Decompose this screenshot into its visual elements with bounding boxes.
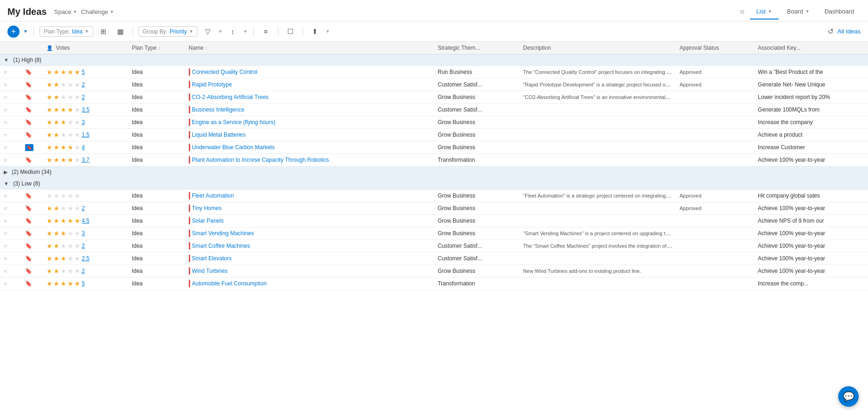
idea-name-link[interactable]: Smart Elevators xyxy=(192,255,232,262)
bookmark-icon[interactable]: 🔖 xyxy=(25,230,32,237)
bookmark-icon[interactable]: 🔖 xyxy=(25,157,32,163)
group-toggle-icon[interactable]: ▼ xyxy=(4,57,9,63)
approval-cell xyxy=(676,277,754,290)
drag-handle-icon[interactable]: ≡ xyxy=(4,69,7,76)
bookmark-icon[interactable]: 🔖 xyxy=(25,119,32,125)
drag-handle-icon[interactable]: ≡ xyxy=(4,81,7,88)
group-header-row[interactable]: ▼ (1) High (8) xyxy=(0,54,868,66)
name-cell: Smart Vending Machines xyxy=(185,227,434,240)
vote-count[interactable]: 2.5 xyxy=(82,255,90,262)
drag-handle-icon[interactable]: ≡ xyxy=(4,243,7,250)
idea-name-link[interactable]: Smart Coffee Machines xyxy=(192,243,250,249)
drag-handle-icon[interactable]: ≡ xyxy=(4,218,7,225)
drag-handle-icon[interactable]: ≡ xyxy=(4,157,7,164)
bookmark-icon[interactable]: 🔖 xyxy=(25,69,32,75)
list-view-button[interactable]: ≡ xyxy=(259,25,272,38)
group-header-row[interactable]: ▼ (3) Low (8) xyxy=(0,178,868,190)
space-link[interactable]: Space ▼ xyxy=(54,8,77,15)
bookmark-icon[interactable]: 🔖 xyxy=(25,81,32,88)
drag-handle-icon[interactable]: ≡ xyxy=(4,132,7,139)
minimize-icon[interactable]: ⊟ xyxy=(740,9,744,15)
vote-count[interactable]: 3 xyxy=(82,119,85,125)
vote-count[interactable]: 4.5 xyxy=(82,218,90,224)
bookmark-icon[interactable]: 🔖 xyxy=(25,144,33,151)
bookmark-icon[interactable]: 🔖 xyxy=(25,192,32,199)
idea-name-link[interactable]: CO-2-Absorbing Artificial Trees xyxy=(192,94,269,100)
bookmark-icon[interactable]: 🔖 xyxy=(25,205,32,211)
idea-name-link[interactable]: Automobile Fuel Consumption xyxy=(192,280,267,287)
tab-dashboard[interactable]: Dashboard xyxy=(818,4,861,20)
vote-count[interactable]: 5 xyxy=(82,280,85,287)
add-button[interactable]: + xyxy=(7,26,20,38)
idea-name-link[interactable]: Liquid Metal Batteries xyxy=(192,132,245,138)
group-toggle-icon[interactable]: ▶ xyxy=(4,169,7,175)
vote-count[interactable]: 5 xyxy=(82,69,85,75)
bookmark-icon[interactable]: 🔖 xyxy=(25,280,32,287)
plan-type-dropdown[interactable]: Plan Type: Idea ▼ xyxy=(40,26,93,37)
drag-handle-icon[interactable]: ≡ xyxy=(4,192,7,199)
table-row: ≡🔖★★★★★2IdeaTiny HomesGrow BusinessAppro… xyxy=(0,202,868,215)
drag-handle-icon[interactable]: ≡ xyxy=(4,94,7,101)
vote-count[interactable]: 2 xyxy=(82,268,85,274)
bookmark-icon[interactable]: 🔖 xyxy=(25,255,32,262)
drag-handle-icon[interactable]: ≡ xyxy=(4,230,7,237)
description-cell: The "Smart Coffee Machines" project invo… xyxy=(519,240,676,252)
th-name[interactable]: Name ↕ xyxy=(185,42,434,54)
all-ideas-button[interactable]: All Ideas xyxy=(837,28,861,35)
group-header-row[interactable]: ▶ (2) Medium (34) xyxy=(0,166,868,178)
idea-name-link[interactable]: Smart Vending Machines xyxy=(192,230,254,237)
vote-count[interactable]: 4 xyxy=(82,144,85,151)
drag-handle-icon[interactable]: ≡ xyxy=(4,119,7,126)
filter-button[interactable]: ▽ xyxy=(201,25,214,38)
tab-list[interactable]: List ▼ xyxy=(750,4,779,20)
refresh-button[interactable]: ↺ xyxy=(828,27,834,36)
idea-name-link[interactable]: Solar Panels xyxy=(192,218,224,224)
drag-handle-icon[interactable]: ≡ xyxy=(4,255,7,262)
drag-handle-icon[interactable]: ≡ xyxy=(4,106,7,113)
bookmark-icon[interactable]: 🔖 xyxy=(25,94,32,100)
idea-name-link[interactable]: Business Intelligence xyxy=(192,106,245,113)
bookmark-icon[interactable]: 🔖 xyxy=(25,106,32,113)
export-button[interactable]: ⬆ xyxy=(309,25,322,38)
vote-count[interactable]: 1.5 xyxy=(82,132,90,138)
vote-count[interactable]: 2 xyxy=(82,205,85,211)
idea-name-link[interactable]: Wind Turbines xyxy=(192,268,228,274)
group-toggle-icon[interactable]: ▼ xyxy=(4,181,9,186)
idea-name-link[interactable]: Plant Automation to Increse Capacity Thr… xyxy=(192,157,329,163)
tab-board[interactable]: Board ▼ xyxy=(781,4,816,20)
drag-handle-icon[interactable]: ≡ xyxy=(4,144,7,151)
description-text: "Smart Vending Machines" is a project ce… xyxy=(523,230,676,237)
vote-count[interactable]: 3.7 xyxy=(82,157,90,163)
idea-name-link[interactable]: Underwater Blue Carbon Markets xyxy=(192,144,275,151)
idea-name-link[interactable]: Connected Quality Control xyxy=(192,69,258,75)
bookmark-icon[interactable]: 🔖 xyxy=(25,268,32,274)
idea-name-link[interactable]: Rapid Prototype xyxy=(192,81,232,88)
bookmark-icon[interactable]: 🔖 xyxy=(25,218,32,224)
approval-cell xyxy=(676,227,754,240)
add-button-arrow[interactable]: ▼ xyxy=(23,29,28,34)
idea-name-link[interactable]: Fleet Automation xyxy=(192,192,234,199)
th-plantype[interactable]: Plan Type ↕ xyxy=(128,42,185,54)
drag-handle-icon[interactable]: ≡ xyxy=(4,205,7,212)
drag-handle-icon[interactable]: ≡ xyxy=(4,268,7,275)
grid-view-button[interactable]: ⊞ xyxy=(97,25,110,38)
comment-button[interactable]: ☐ xyxy=(284,25,297,38)
idea-name-link[interactable]: Engine as a Service (flying hours) xyxy=(192,119,275,125)
sort-button[interactable]: ↕ xyxy=(226,25,239,38)
bookmark-icon[interactable]: 🔖 xyxy=(25,243,32,249)
vote-count[interactable]: 3 xyxy=(82,230,85,237)
vote-count[interactable]: 2 xyxy=(82,243,85,249)
challenge-link[interactable]: Challenge ▼ xyxy=(81,8,114,15)
drag-handle-icon[interactable]: ≡ xyxy=(4,280,7,287)
theme-cell: Grow Business xyxy=(434,202,519,215)
bookmark-icon[interactable]: 🔖 xyxy=(25,132,32,138)
columns-button[interactable]: ▦ xyxy=(114,25,127,38)
table-row: ≡🔖★★★★★2IdeaRapid PrototypeCustomer Sati… xyxy=(0,79,868,91)
vote-count[interactable]: 2 xyxy=(82,81,85,88)
theme-cell: Grow Business xyxy=(434,141,519,154)
chat-fab-button[interactable]: 💬 xyxy=(838,386,859,407)
vote-count[interactable]: 3.5 xyxy=(82,106,90,113)
group-by-dropdown[interactable]: Group By: Priority ▼ xyxy=(139,26,198,37)
idea-name-link[interactable]: Tiny Homes xyxy=(192,205,222,211)
vote-count[interactable]: 2 xyxy=(82,94,85,100)
